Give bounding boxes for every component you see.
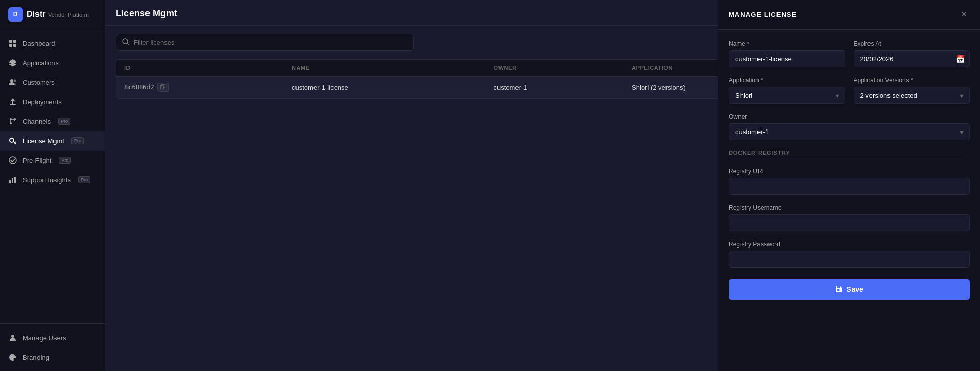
chart-icon: [8, 175, 17, 184]
sidebar-item-manage-users-label: Manage Users: [23, 334, 66, 342]
svg-rect-13: [12, 178, 13, 183]
panel-title: MANAGE LICENSE: [729, 11, 797, 18]
copy-id-button[interactable]: [157, 83, 169, 92]
docker-section-title: DOCKER REGISTRY: [729, 150, 970, 158]
sidebar-item-branding[interactable]: Branding: [0, 347, 105, 367]
app-logo: D Distr Vendor Platform: [0, 0, 105, 29]
sidebar-item-pre-flight[interactable]: Pre-Flight Pro: [0, 151, 105, 170]
sidebar-item-branding-label: Branding: [23, 354, 49, 361]
key-icon: [8, 136, 17, 145]
application-group: Application * Shiori ▼: [729, 77, 845, 104]
owner-select[interactable]: customer-1: [729, 123, 970, 140]
svg-point-8: [10, 122, 12, 124]
save-button[interactable]: Save: [729, 279, 970, 300]
registry-url-label: Registry URL: [729, 168, 970, 175]
cell-id: 8c6886d2: [116, 77, 284, 99]
sidebar-item-manage-users[interactable]: Manage Users: [0, 328, 105, 347]
sidebar-nav: Dashboard Applications: [0, 29, 105, 323]
main-area: License Mgmt ID NAME OWNER: [105, 0, 980, 371]
sidebar-item-applications-label: Applications: [23, 59, 59, 67]
sidebar-item-support-insights[interactable]: Support Insights Pro: [0, 170, 105, 190]
sidebar-item-dashboard-label: Dashboard: [23, 40, 56, 47]
palette-icon: [8, 353, 17, 362]
svg-rect-12: [9, 180, 11, 183]
license-mgmt-pro-badge: Pro: [71, 137, 84, 144]
name-label: Name *: [729, 40, 845, 47]
owner-group: Owner customer-1 ▼: [729, 113, 970, 140]
sidebar-item-license-mgmt[interactable]: License Mgmt Pro: [0, 131, 105, 151]
person-icon: [8, 333, 17, 342]
svg-point-15: [11, 335, 14, 338]
svg-rect-2: [9, 44, 12, 47]
owner-row: Owner customer-1 ▼: [729, 113, 970, 140]
check-icon: [8, 156, 17, 165]
owner-label: Owner: [729, 113, 970, 120]
col-owner: OWNER: [486, 60, 624, 77]
search-input[interactable]: [134, 39, 407, 46]
svg-point-18: [12, 355, 13, 356]
support-insights-pro-badge: Pro: [78, 176, 90, 183]
name-input[interactable]: [729, 50, 845, 67]
users-icon: [8, 78, 17, 87]
registry-password-input[interactable]: [729, 251, 970, 268]
svg-point-19: [123, 39, 128, 44]
owner-select-wrap: customer-1 ▼: [729, 123, 970, 140]
registry-url-group: Registry URL: [729, 168, 970, 195]
expires-input[interactable]: [854, 50, 970, 67]
sidebar-item-applications[interactable]: Applications: [0, 53, 105, 72]
svg-rect-1: [13, 40, 16, 43]
svg-rect-21: [160, 86, 164, 89]
search-box[interactable]: [116, 34, 414, 51]
cell-owner: customer-1: [486, 77, 624, 99]
sidebar-item-support-insights-label: Support Insights: [23, 176, 71, 184]
app-versions-row: Application * Shiori ▼ Application Versi…: [729, 77, 970, 104]
close-panel-button[interactable]: ×: [958, 8, 970, 21]
registry-username-label: Registry Username: [729, 204, 970, 211]
application-select[interactable]: Shiori: [729, 87, 845, 104]
manage-license-panel: MANAGE LICENSE × Name * Expires At: [718, 0, 980, 371]
grid-icon: [8, 39, 17, 48]
svg-point-11: [9, 157, 16, 164]
sidebar-item-customers-label: Customers: [23, 79, 55, 86]
versions-label: Application Versions *: [854, 77, 970, 84]
svg-rect-0: [9, 40, 12, 43]
expires-date-wrap: 📅: [854, 50, 970, 67]
versions-select[interactable]: 2 versions selected: [854, 87, 970, 104]
registry-username-input[interactable]: [729, 214, 970, 231]
sidebar-item-channels[interactable]: Channels Pro: [0, 112, 105, 131]
logo-icon: D: [8, 7, 23, 22]
sidebar-item-dashboard[interactable]: Dashboard: [0, 33, 105, 53]
cell-name: customer-1-license: [284, 77, 486, 99]
svg-point-17: [14, 357, 15, 358]
versions-select-wrap: 2 versions selected ▼: [854, 87, 970, 104]
expires-group: Expires At 📅: [854, 40, 970, 67]
registry-url-input[interactable]: [729, 178, 970, 195]
panel-header: MANAGE LICENSE ×: [718, 0, 980, 30]
svg-point-4: [10, 79, 13, 82]
search-icon: [122, 38, 130, 47]
save-icon: [835, 286, 842, 293]
pre-flight-pro-badge: Pro: [59, 157, 71, 164]
sidebar-item-deployments-label: Deployments: [23, 98, 62, 106]
col-id: ID: [116, 60, 284, 77]
versions-group: Application Versions * 2 versions select…: [854, 77, 970, 104]
sidebar-item-license-mgmt-label: License Mgmt: [23, 137, 64, 145]
panel-body: Name * Expires At 📅: [718, 30, 980, 310]
registry-username-group: Registry Username: [729, 204, 970, 231]
logo-subtitle: Vendor Platform: [48, 12, 89, 18]
application-select-wrap: Shiori ▼: [729, 87, 845, 104]
col-name: NAME: [284, 60, 486, 77]
svg-point-7: [10, 118, 12, 120]
name-expires-row: Name * Expires At 📅: [729, 40, 970, 67]
expires-label: Expires At: [854, 40, 970, 47]
sidebar-item-pre-flight-label: Pre-Flight: [23, 157, 51, 164]
svg-rect-14: [14, 177, 16, 183]
upload-icon: [8, 97, 17, 106]
registry-password-label: Registry Password: [729, 240, 970, 248]
git-icon: [8, 117, 17, 126]
sidebar-bottom: Manage Users Branding: [0, 323, 105, 371]
sidebar-item-deployments[interactable]: Deployments: [0, 92, 105, 112]
application-label: Application *: [729, 77, 845, 84]
sidebar-item-customers[interactable]: Customers: [0, 72, 105, 92]
sidebar-item-channels-label: Channels: [23, 118, 51, 125]
